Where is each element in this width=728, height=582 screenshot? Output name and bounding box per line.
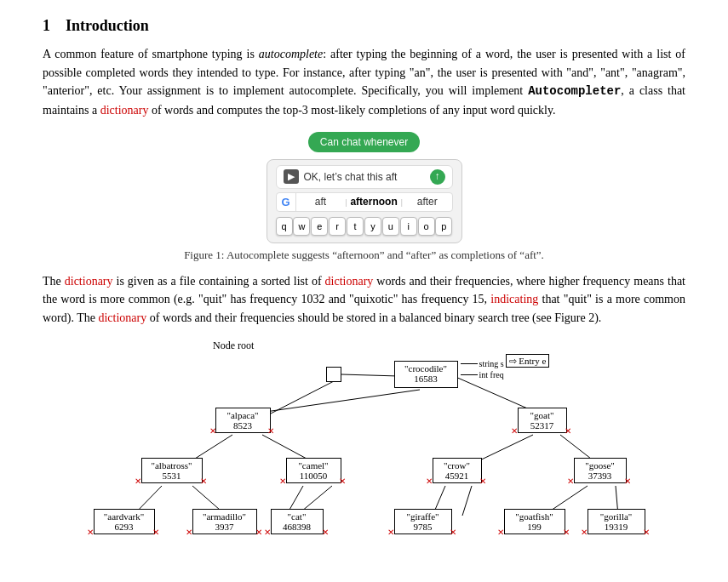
- section-number: 1: [43, 17, 50, 34]
- bst-node-cat: "cat" 468398: [271, 509, 324, 534]
- bst-node-aardvark: "aardvark" 6293: [94, 509, 155, 534]
- bst-node-goatfish: "goatfish" 199: [504, 509, 565, 534]
- bst-node-armadillo: "armadillo" 3937: [192, 509, 257, 534]
- keyboard-ui: ▶ OK, let’s chat this aft ↑ G aft | afte…: [267, 159, 462, 243]
- section-title: Introduction: [66, 17, 149, 34]
- key-q[interactable]: q: [276, 217, 293, 236]
- suggestion-aft: aft: [296, 193, 346, 210]
- bst-node-crocodile: "crocodile" 16583: [394, 361, 458, 388]
- svg-line-0: [341, 374, 398, 376]
- bst-root-node: [326, 367, 341, 382]
- key-y[interactable]: y: [364, 217, 381, 236]
- figure-1: Can chat whenever ▶ OK, let’s chat this …: [43, 132, 685, 243]
- key-w[interactable]: w: [293, 217, 310, 236]
- key-e[interactable]: e: [311, 217, 328, 236]
- arrow-button: ▶: [284, 169, 299, 184]
- bst-node-goat: "goat" 52317: [518, 408, 567, 433]
- key-u[interactable]: u: [382, 217, 399, 236]
- send-button: ↑: [430, 169, 445, 185]
- svg-line-3: [254, 390, 420, 414]
- key-r[interactable]: r: [329, 217, 346, 236]
- bst-node-alpaca: "alpaca" 8523: [215, 408, 271, 433]
- bst-node-albatross: "albatross" 5531: [141, 458, 203, 483]
- figure-2: Node root: [43, 340, 685, 575]
- chat-bubble: Can chat whenever: [308, 132, 420, 152]
- figure-1-caption: Figure 1: Autocomplete suggests “afterno…: [43, 248, 685, 262]
- suggestion-afternoon: afternoon: [347, 193, 400, 210]
- bst-node-goose: "goose" 37393: [574, 458, 627, 483]
- keyboard-row: q w e r t y u i o p: [276, 215, 453, 237]
- bst-node-gorilla: "gorilla" 19319: [588, 509, 645, 534]
- bst-node-camel: "camel" 110050: [286, 458, 341, 483]
- bst-node-crow: "crow" 45921: [433, 458, 482, 483]
- paragraph-2: The dictionary is given as a file contai…: [43, 272, 685, 328]
- suggestion-after: after: [403, 193, 452, 210]
- key-p[interactable]: p: [435, 217, 452, 236]
- svg-line-13: [462, 486, 472, 516]
- autocomplete-suggestions: G aft | afternoon | after: [276, 192, 453, 212]
- paragraph-1: A common feature of smartphone typing is…: [43, 45, 685, 120]
- bst-node-giraffe: "giraffe" 9785: [394, 509, 452, 534]
- key-i[interactable]: i: [400, 217, 417, 236]
- key-o[interactable]: o: [418, 217, 435, 236]
- svg-line-1: [271, 381, 334, 414]
- bst-diagram: "crocodile" 16583 string s int freq ⇨ En…: [66, 354, 662, 575]
- key-t[interactable]: t: [347, 217, 364, 236]
- google-logo: G: [277, 193, 296, 211]
- keyboard-input-text: OK, let’s chat this aft: [304, 171, 430, 183]
